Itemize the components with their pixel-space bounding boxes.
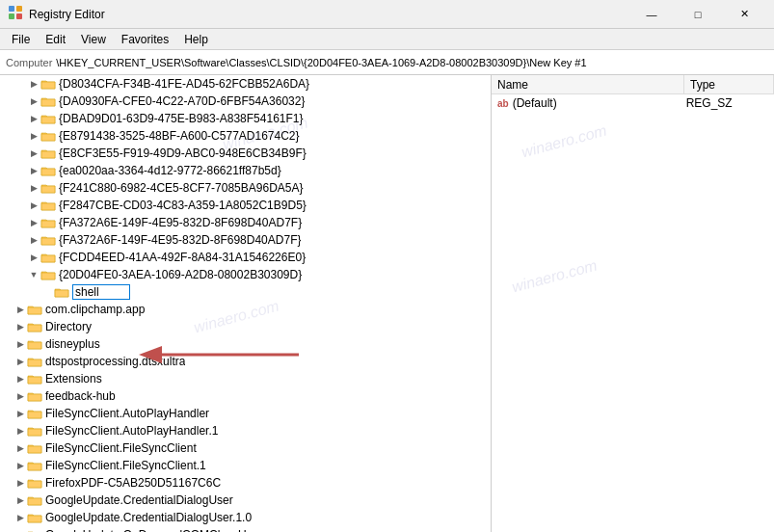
minimize-button[interactable]: —: [629, 0, 674, 29]
watermark-right-1: winaero.com: [520, 122, 608, 162]
close-button[interactable]: ✕: [722, 0, 766, 29]
tree-item-label: GoogleUpdate.OnDemandCOMClassUser: [45, 528, 262, 532]
menu-favorites[interactable]: Favorites: [114, 31, 176, 48]
expand-button[interactable]: ▶: [27, 146, 40, 160]
expand-button[interactable]: ▶: [13, 528, 27, 532]
tree-item[interactable]: ▶ Directory: [0, 318, 491, 335]
menu-view[interactable]: View: [73, 31, 114, 48]
tree-item[interactable]: ▶ {FA372A6E-149F-4E95-832D-8F698D40AD7F}: [0, 214, 491, 231]
tree-item[interactable]: ▶ FileSyncClient.FileSyncClient: [0, 439, 491, 457]
expand-button[interactable]: ▶: [13, 476, 27, 490]
window-title: Registry Editor: [29, 8, 105, 21]
expand-button[interactable]: ▼: [27, 268, 40, 281]
col-header-name[interactable]: Name: [492, 75, 684, 93]
tree-item-label: {D8034CFA-F34B-41FE-AD45-62FCBB52A6DA}: [59, 77, 309, 91]
registry-row-default[interactable]: ab (Default) REG_SZ: [492, 94, 774, 112]
expand-button[interactable]: ▶: [27, 216, 40, 229]
tree-item[interactable]: ▶ FileSyncClient.FileSyncClient.1: [0, 457, 491, 474]
expand-button[interactable]: ▶: [13, 511, 27, 524]
folder-icon: [40, 94, 56, 108]
tree-item-label: GoogleUpdate.CredentialDialogUser: [45, 493, 233, 507]
tree-item[interactable]: ▶ com.clipchamp.app: [0, 301, 491, 318]
tree-item-label: {E8791438-3525-48BF-A600-C577AD1674C2}: [59, 129, 300, 143]
folder-icon: [40, 216, 56, 229]
tree-item-label: FileSyncClient.AutoPlayHandler.1: [45, 424, 218, 438]
expand-button[interactable]: ▶: [13, 372, 27, 386]
tree-item[interactable]: ▶ {DA0930FA-CFE0-4C22-A70D-6FBF54A36032}: [0, 93, 491, 110]
menu-help[interactable]: Help: [176, 31, 216, 48]
expand-button[interactable]: ▶: [13, 303, 27, 316]
folder-icon: [40, 146, 56, 160]
tree-item[interactable]: ▶ {E8791438-3525-48BF-A600-C577AD1674C2}: [0, 127, 491, 145]
tree-item[interactable]: ▶ {FA372A6F-149F-4E95-832D-8F698D40AD7F}: [0, 231, 491, 249]
menu-file[interactable]: File: [4, 31, 38, 48]
tree-item[interactable]: ▶ {FCDD4EED-41AA-492F-8A84-31A1546226E0}: [0, 249, 491, 266]
folder-icon: [27, 337, 42, 351]
tree-item[interactable]: ▶ dtspostprocessing.dtsxultra: [0, 353, 491, 370]
maximize-button[interactable]: □: [676, 0, 720, 29]
folder-icon: [27, 493, 42, 507]
expand-button[interactable]: ▶: [27, 181, 40, 195]
tree-item[interactable]: ▶ GoogleUpdate.OnDemandCOMClassUser: [0, 526, 491, 532]
tree-item[interactable]: ▶ feedback-hub: [0, 387, 491, 405]
expand-button[interactable]: ▶: [13, 355, 27, 368]
address-label: Computer: [6, 57, 52, 68]
expand-button[interactable]: ▶: [27, 94, 40, 108]
expand-button[interactable]: [40, 285, 54, 299]
folder-icon: [40, 199, 56, 212]
tree-item[interactable]: ▶ {F2847CBE-CD03-4C83-A359-1A8052C1B9D5}: [0, 197, 491, 214]
tree-item[interactable]: ▶ FileSyncClient.AutoPlayHandler.1: [0, 422, 491, 439]
tree-item[interactable]: ▶ {E8CF3E55-F919-49D9-ABC0-948E6CB34B9F}: [0, 145, 491, 162]
menu-edit[interactable]: Edit: [38, 31, 73, 48]
folder-icon: [27, 424, 42, 438]
col-header-type[interactable]: Type: [684, 75, 774, 93]
expand-button[interactable]: ▶: [27, 129, 40, 143]
expand-button[interactable]: ▶: [27, 164, 40, 177]
expand-button[interactable]: ▶: [13, 424, 27, 438]
right-panel: Name Type ab (Default) REG_SZ winaero.co…: [492, 75, 774, 532]
tree-item[interactable]: ▶ {D8034CFA-F34B-41FE-AD45-62FCBB52A6DA}: [0, 75, 491, 93]
expand-button[interactable]: ▶: [27, 199, 40, 212]
expand-button[interactable]: ▶: [27, 233, 40, 247]
svg-rect-2: [9, 13, 14, 19]
tree-item-label: {DA0930FA-CFE0-4C22-A70D-6FBF54A36032}: [59, 94, 305, 108]
expand-button[interactable]: ▶: [27, 251, 40, 264]
tree-item-label: {FA372A6E-149F-4E95-832D-8F698D40AD7F}: [59, 216, 302, 229]
tree-item-label: {F2847CBE-CD03-4C83-A359-1A8052C1B9D5}: [59, 199, 307, 212]
tree-item-label: FileSyncClient.AutoPlayHandler: [45, 407, 209, 420]
folder-icon: [27, 528, 42, 532]
tree-item-label: dtspostprocessing.dtsxultra: [45, 355, 185, 368]
folder-icon: [40, 251, 56, 264]
address-path: HKEY_CURRENT_USER\Software\Classes\CLSID…: [59, 57, 586, 68]
tree-item-label: {F241C880-6982-4CE5-8CF7-7085BA96DA5A}: [59, 181, 304, 195]
tree-item[interactable]: ▶ GoogleUpdate.CredentialDialogUser: [0, 492, 491, 509]
address-bar: Computer \ HKEY_CURRENT_USER\Software\Cl…: [0, 50, 774, 75]
tree-item[interactable]: ▶ {ea0020aa-3364-4d12-9772-86621ff87b5d}: [0, 162, 491, 179]
expand-button[interactable]: ▶: [13, 441, 27, 455]
tree-scroll[interactable]: ▶ {D8034CFA-F34B-41FE-AD45-62FCBB52A6DA}…: [0, 75, 491, 532]
tree-item[interactable]: ▶ {F241C880-6982-4CE5-8CF7-7085BA96DA5A}: [0, 179, 491, 197]
tree-item[interactable]: ▶ Extensions: [0, 370, 491, 387]
tree-item-label: {FA372A6F-149F-4E95-832D-8F698D40AD7F}: [59, 233, 301, 247]
tree-item[interactable]: [0, 283, 491, 301]
shell-name-input[interactable]: [72, 284, 130, 300]
tree-item-label: {20D04FE0-3AEA-1069-A2D8-08002B30309D}: [59, 268, 302, 281]
tree-panel: ▶ {D8034CFA-F34B-41FE-AD45-62FCBB52A6DA}…: [0, 75, 492, 532]
expand-button[interactable]: ▶: [13, 337, 27, 351]
tree-item-label: {ea0020aa-3364-4d12-9772-86621ff87b5d}: [59, 164, 281, 177]
expand-button[interactable]: ▶: [13, 320, 27, 333]
expand-button[interactable]: ▶: [13, 407, 27, 420]
tree-item[interactable]: ▼ {20D04FE0-3AEA-1069-A2D8-08002B30309D}: [0, 266, 491, 283]
expand-button[interactable]: ▶: [27, 112, 40, 125]
title-bar: Registry Editor — □ ✕: [0, 0, 774, 29]
folder-icon: [27, 511, 42, 524]
tree-item[interactable]: ▶ FirefoxPDF-C5AB250D51167C6C: [0, 474, 491, 492]
expand-button[interactable]: ▶: [13, 493, 27, 507]
tree-item[interactable]: ▶ {DBAD9D01-63D9-475E-B983-A838F54161F1}: [0, 110, 491, 127]
expand-button[interactable]: ▶: [27, 77, 40, 91]
expand-button[interactable]: ▶: [13, 389, 27, 403]
tree-item[interactable]: ▶ disneyplus: [0, 335, 491, 353]
tree-item[interactable]: ▶ FileSyncClient.AutoPlayHandler: [0, 405, 491, 422]
expand-button[interactable]: ▶: [13, 459, 27, 472]
tree-item[interactable]: ▶ GoogleUpdate.CredentialDialogUser.1.0: [0, 509, 491, 526]
